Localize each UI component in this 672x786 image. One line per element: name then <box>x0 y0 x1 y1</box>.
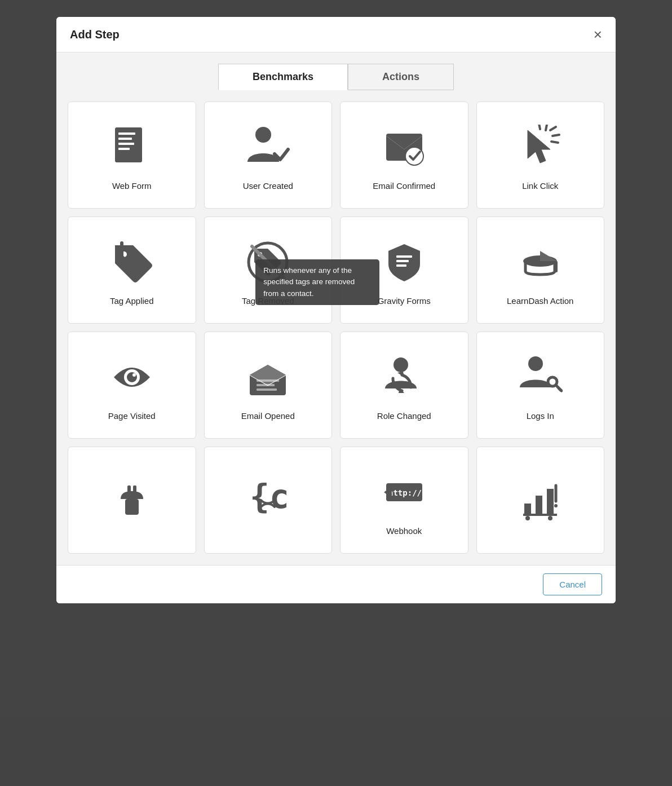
grid-item-role-changed[interactable]: Role Changed <box>340 332 468 439</box>
svg-text:{c}: {c} <box>250 478 290 516</box>
svg-rect-48 <box>547 489 554 515</box>
tabs-container: Benchmarks Actions <box>56 52 616 90</box>
svg-point-32 <box>528 356 543 371</box>
web-form-label: Web Form <box>112 180 152 192</box>
tab-actions[interactable]: Actions <box>348 64 454 90</box>
svg-marker-7 <box>528 130 550 163</box>
tab-benchmarks[interactable]: Benchmarks <box>218 64 348 90</box>
svg-rect-27 <box>257 384 275 386</box>
user-created-label: User Created <box>243 180 293 192</box>
grid-item-email-opened[interactable]: Email Opened <box>204 332 333 439</box>
modal-overlay: Add Step × Benchmarks Actions <box>0 0 672 786</box>
plugin-icon <box>107 473 157 523</box>
svg-point-49 <box>525 516 530 520</box>
tag-applied-label: Tag Applied <box>110 295 154 307</box>
close-button[interactable]: × <box>594 27 602 42</box>
svg-point-6 <box>405 147 423 165</box>
grid-item-tag-applied[interactable]: Tag Applied <box>68 217 196 324</box>
svg-rect-47 <box>536 496 542 515</box>
grid-item-page-visited[interactable]: Page Visited <box>68 332 196 439</box>
role-changed-label: Role Changed <box>377 410 431 422</box>
svg-rect-19 <box>396 264 406 267</box>
svg-point-50 <box>548 516 552 520</box>
grid-item-learndash[interactable]: LearnDash Action <box>476 217 605 324</box>
grid-item-user-created[interactable]: User Created <box>204 101 333 209</box>
svg-rect-1 <box>118 133 135 135</box>
svg-rect-18 <box>396 260 409 262</box>
svg-rect-28 <box>257 388 277 391</box>
tag-removed-icon <box>242 237 293 288</box>
svg-text:http://: http:// <box>388 488 422 497</box>
modal-header: Add Step × <box>56 17 616 52</box>
svg-rect-46 <box>524 504 531 515</box>
webhook-icon: http:// <box>379 467 430 518</box>
logs-in-icon <box>515 352 565 403</box>
svg-rect-3 <box>118 143 134 145</box>
logs-in-label: Logs In <box>527 410 554 422</box>
woocommerce-icon <box>515 473 565 523</box>
svg-rect-36 <box>125 499 139 515</box>
svg-point-52 <box>554 504 558 507</box>
grid-item-link-click[interactable]: Link Click <box>476 101 605 209</box>
svg-line-11 <box>546 125 547 130</box>
learndash-label: LearnDash Action <box>507 295 573 307</box>
link-click-icon <box>515 122 565 173</box>
learndash-icon <box>515 237 565 288</box>
svg-line-12 <box>539 125 540 129</box>
svg-point-29 <box>394 357 408 372</box>
link-click-label: Link Click <box>522 180 558 192</box>
webhook-label: Webhook <box>386 526 422 537</box>
grid-item-web-form[interactable]: Web Form <box>68 101 196 209</box>
grid-item-webhook[interactable]: http:// Webhook <box>340 447 468 554</box>
svg-point-24 <box>127 372 137 382</box>
email-confirmed-icon <box>379 122 430 173</box>
grid-item-tag-removed[interactable]: Tag Removed Runs whenever any of the spe… <box>204 217 333 324</box>
email-opened-label: Email Opened <box>241 410 295 422</box>
modal-title: Add Step <box>70 28 120 41</box>
tag-applied-icon <box>107 237 157 288</box>
svg-marker-30 <box>397 372 404 377</box>
svg-point-25 <box>132 373 136 377</box>
items-grid: Web Form User Created <box>68 101 604 554</box>
role-changed-icon <box>379 352 430 403</box>
add-step-modal: Add Step × Benchmarks Actions <box>56 17 616 603</box>
modal-body: Web Form User Created <box>56 90 616 565</box>
modal-footer: Cancel <box>56 565 616 603</box>
grid-item-integration[interactable]: {c} <box>204 447 333 554</box>
svg-rect-17 <box>396 255 412 258</box>
svg-rect-2 <box>118 138 132 140</box>
grid-item-gravity-forms[interactable]: Gravity Forms <box>340 217 468 324</box>
grid-item-plugin[interactable] <box>68 447 196 554</box>
grid-item-logs-in[interactable]: Logs In <box>476 332 605 439</box>
email-confirmed-label: Email Confirmed <box>373 180 435 192</box>
integration-icon: {c} <box>242 473 293 523</box>
page-visited-label: Page Visited <box>108 410 156 422</box>
gravity-forms-label: Gravity Forms <box>378 295 431 307</box>
svg-point-5 <box>255 127 271 143</box>
grid-item-email-confirmed[interactable]: Email Confirmed <box>340 101 468 209</box>
svg-rect-26 <box>257 379 279 382</box>
svg-rect-4 <box>118 148 130 150</box>
cancel-button[interactable]: Cancel <box>543 573 602 595</box>
tag-removed-label: Tag Removed <box>242 295 294 307</box>
grid-item-woocommerce[interactable] <box>476 447 605 554</box>
user-created-icon <box>242 122 293 173</box>
email-opened-icon <box>242 352 293 403</box>
gravity-forms-icon <box>379 237 430 288</box>
svg-line-9 <box>552 135 559 136</box>
web-form-icon <box>107 122 157 173</box>
svg-line-8 <box>550 127 556 130</box>
page-visited-icon <box>107 352 157 403</box>
svg-line-10 <box>551 142 558 143</box>
svg-rect-22 <box>555 261 558 272</box>
